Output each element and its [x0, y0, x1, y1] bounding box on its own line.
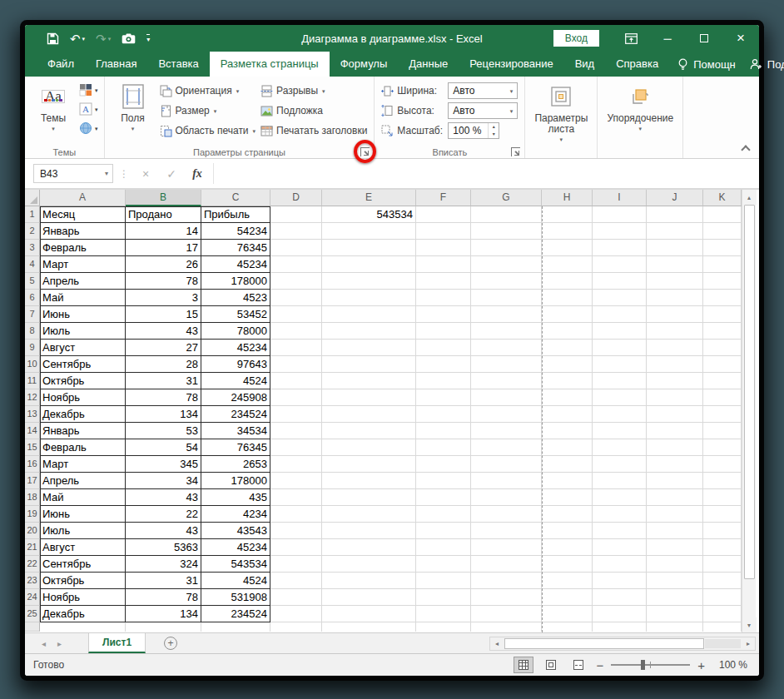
cell-F18[interactable] — [416, 489, 471, 506]
ribbon-display-options-icon[interactable] — [613, 25, 649, 52]
cell-F7[interactable] — [416, 306, 471, 323]
print-titles-button[interactable]: Печатать заголовки — [258, 121, 370, 141]
cell-K14[interactable] — [703, 423, 742, 439]
cell-G2[interactable] — [471, 223, 542, 240]
row-number-21[interactable]: 21 — [25, 539, 40, 556]
cell-D6[interactable] — [270, 290, 322, 306]
cell-I10[interactable] — [593, 356, 647, 373]
cell-B19[interactable]: 22 — [126, 506, 201, 523]
cell-E1[interactable]: 543534 — [322, 206, 416, 223]
cell-F4[interactable] — [416, 256, 471, 273]
cell-K7[interactable] — [703, 306, 742, 323]
row-number-18[interactable]: 18 — [25, 489, 40, 506]
cell-E10[interactable] — [322, 356, 416, 373]
cell-G21[interactable] — [471, 539, 542, 556]
row-number-20[interactable]: 20 — [25, 523, 40, 539]
column-header-B[interactable]: B — [126, 190, 201, 206]
cell-F1[interactable] — [416, 206, 471, 223]
cell-I2[interactable] — [593, 223, 647, 240]
cell-C6[interactable]: 4523 — [201, 290, 270, 306]
cell-H26[interactable] — [542, 622, 593, 632]
cell-C20[interactable]: 43543 — [201, 523, 270, 539]
cell-I23[interactable] — [593, 573, 647, 589]
cell-I6[interactable] — [593, 290, 647, 306]
cell-K10[interactable] — [703, 356, 742, 373]
cell-F24[interactable] — [416, 589, 471, 606]
cell-G18[interactable] — [471, 489, 542, 506]
cell-B8[interactable]: 43 — [126, 323, 201, 340]
cell-A2[interactable]: Январь — [40, 223, 126, 240]
cell-I12[interactable] — [593, 389, 647, 406]
row-number-2[interactable]: 2 — [25, 223, 40, 240]
minimize-button[interactable]: ─ — [649, 25, 686, 52]
tab-Главная[interactable]: Главная — [85, 52, 147, 77]
cell-J25[interactable] — [647, 606, 703, 622]
cell-F22[interactable] — [416, 556, 471, 573]
cell-E13[interactable] — [322, 406, 416, 423]
cell-A15[interactable]: Февраль — [40, 439, 126, 456]
cell-H10[interactable] — [542, 356, 593, 373]
cell-J16[interactable] — [647, 456, 703, 473]
cell-E16[interactable] — [322, 456, 416, 473]
column-header-E[interactable]: E — [322, 190, 416, 206]
zoom-slider[interactable] — [611, 664, 690, 666]
cell-H6[interactable] — [542, 290, 593, 306]
cell-I9[interactable] — [593, 340, 647, 356]
cell-K4[interactable] — [703, 256, 742, 273]
cell-I18[interactable] — [593, 489, 647, 506]
cell-E20[interactable] — [322, 523, 416, 539]
splitter-dots-icon[interactable]: ⋮ — [119, 168, 130, 180]
cell-J19[interactable] — [647, 506, 703, 523]
cell-K23[interactable] — [703, 573, 742, 589]
cell-E26[interactable] — [322, 622, 416, 632]
cell-H4[interactable] — [542, 256, 593, 273]
cell-C21[interactable]: 45234 — [201, 539, 270, 556]
cell-D16[interactable] — [270, 456, 322, 473]
cell-D1[interactable] — [270, 206, 322, 223]
cell-F17[interactable] — [416, 473, 471, 489]
cell-A24[interactable]: Ноябрь — [40, 589, 126, 606]
cell-J17[interactable] — [647, 473, 703, 489]
camera-icon[interactable] — [122, 33, 136, 44]
view-page-layout-button[interactable] — [541, 657, 561, 673]
cell-H13[interactable] — [542, 406, 593, 423]
row-number-9[interactable]: 9 — [25, 340, 40, 356]
cell-G11[interactable] — [471, 373, 542, 389]
cell-K17[interactable] — [703, 473, 742, 489]
cell-D21[interactable] — [270, 539, 322, 556]
cell-G19[interactable] — [471, 506, 542, 523]
cell-A10[interactable]: Сентябрь — [40, 356, 126, 373]
cell-B1[interactable]: Продано — [126, 206, 201, 223]
cell-E23[interactable] — [322, 573, 416, 589]
cell-J2[interactable] — [647, 223, 703, 240]
select-all-corner[interactable] — [25, 190, 40, 206]
cell-C10[interactable]: 97643 — [201, 356, 270, 373]
cell-A13[interactable]: Декабрь — [40, 406, 126, 423]
row-number-6[interactable]: 6 — [25, 290, 40, 306]
cell-K25[interactable] — [703, 606, 742, 622]
cell-J22[interactable] — [647, 556, 703, 573]
cell-J5[interactable] — [647, 273, 703, 290]
breaks-button[interactable]: Разрывы▾ — [258, 81, 370, 101]
cell-G3[interactable] — [471, 240, 542, 256]
cell-I17[interactable] — [593, 473, 647, 489]
cell-F20[interactable] — [416, 523, 471, 539]
cell-K13[interactable] — [703, 406, 742, 423]
cell-A8[interactable]: Июль — [40, 323, 126, 340]
cell-B22[interactable]: 324 — [126, 556, 201, 573]
cell-F16[interactable] — [416, 456, 471, 473]
column-header-G[interactable]: G — [471, 190, 542, 206]
cell-D10[interactable] — [270, 356, 322, 373]
cell-G10[interactable] — [471, 356, 542, 373]
cell-C22[interactable]: 543534 — [201, 556, 270, 573]
scroll-left-icon[interactable]: ◂ — [490, 637, 504, 650]
cell-C11[interactable]: 4524 — [201, 373, 270, 389]
background-button[interactable]: Подложка — [258, 101, 370, 121]
cell-B11[interactable]: 31 — [126, 373, 201, 389]
column-header-H[interactable]: H — [542, 190, 593, 206]
row-number-3[interactable]: 3 — [25, 240, 40, 256]
cell-E7[interactable] — [322, 306, 416, 323]
row-number-23[interactable]: 23 — [25, 573, 40, 589]
horizontal-scroll-track[interactable] — [705, 639, 741, 648]
tab-Рецензирование[interactable]: Рецензирование — [459, 52, 563, 77]
